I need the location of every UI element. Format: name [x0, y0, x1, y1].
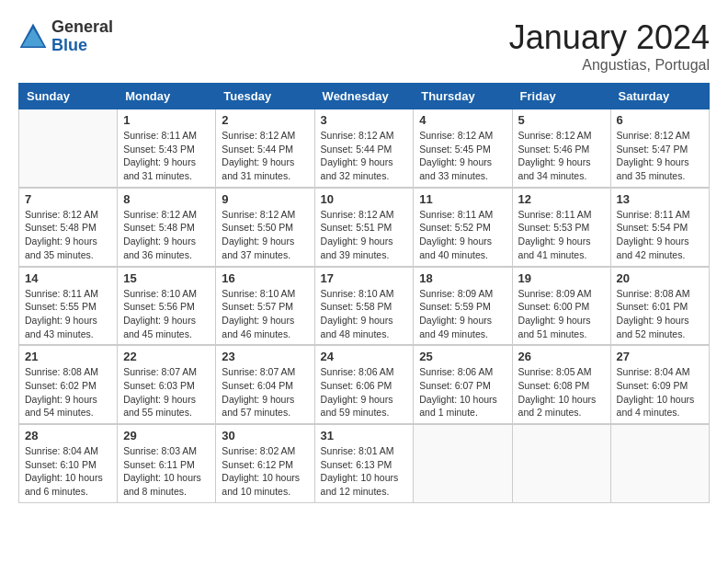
day-info: Sunrise: 8:12 AMSunset: 5:47 PMDaylight:…	[617, 129, 703, 183]
col-thursday: Thursday	[414, 84, 512, 109]
day-info: Sunrise: 8:11 AMSunset: 5:43 PMDaylight:…	[123, 129, 210, 183]
day-info: Sunrise: 8:11 AMSunset: 5:55 PMDaylight:…	[25, 287, 111, 341]
day-info: Sunrise: 8:12 AMSunset: 5:48 PMDaylight:…	[25, 208, 111, 262]
day-number: 5	[518, 113, 605, 127]
day-number: 21	[25, 350, 111, 363]
table-row: 26Sunrise: 8:05 AMSunset: 6:08 PMDayligh…	[512, 345, 610, 424]
day-info: Sunrise: 8:02 AMSunset: 6:12 PMDaylight:…	[222, 444, 308, 499]
table-row: 5Sunrise: 8:12 AMSunset: 5:46 PMDaylight…	[512, 109, 610, 188]
day-number: 22	[123, 350, 210, 363]
table-row: 23Sunrise: 8:07 AMSunset: 6:04 PMDayligh…	[216, 345, 314, 424]
day-number: 11	[419, 192, 506, 206]
table-row: 15Sunrise: 8:10 AMSunset: 5:56 PMDayligh…	[118, 267, 216, 346]
day-info: Sunrise: 8:12 AMSunset: 5:48 PMDaylight:…	[123, 208, 210, 262]
day-number: 30	[222, 429, 308, 442]
table-row: 28Sunrise: 8:04 AMSunset: 6:10 PMDayligh…	[19, 424, 118, 502]
table-row: 3Sunrise: 8:12 AMSunset: 5:44 PMDaylight…	[314, 109, 414, 188]
day-number: 8	[123, 192, 210, 206]
table-row: 21Sunrise: 8:08 AMSunset: 6:02 PMDayligh…	[19, 345, 118, 424]
day-info: Sunrise: 8:10 AMSunset: 5:57 PMDaylight:…	[222, 287, 308, 341]
page-header: General Blue January 2024 Angustias, Por…	[18, 18, 710, 74]
day-number: 25	[419, 350, 506, 363]
month-title: January 2024	[509, 18, 710, 57]
day-info: Sunrise: 8:12 AMSunset: 5:45 PMDaylight:…	[419, 129, 506, 183]
table-row: 12Sunrise: 8:11 AMSunset: 5:53 PMDayligh…	[512, 188, 610, 267]
day-number: 13	[617, 192, 703, 206]
col-monday: Monday	[118, 84, 216, 109]
col-saturday: Saturday	[610, 84, 709, 109]
table-row: 24Sunrise: 8:06 AMSunset: 6:06 PMDayligh…	[314, 345, 414, 424]
day-number: 1	[123, 113, 210, 127]
day-info: Sunrise: 8:04 AMSunset: 6:09 PMDaylight:…	[617, 365, 703, 419]
table-row: 31Sunrise: 8:01 AMSunset: 6:13 PMDayligh…	[314, 424, 414, 502]
day-number: 6	[617, 113, 703, 127]
table-row: 16Sunrise: 8:10 AMSunset: 5:57 PMDayligh…	[216, 267, 314, 346]
col-tuesday: Tuesday	[216, 84, 314, 109]
table-row: 27Sunrise: 8:04 AMSunset: 6:09 PMDayligh…	[610, 345, 709, 424]
day-number: 20	[617, 271, 703, 285]
table-row: 18Sunrise: 8:09 AMSunset: 5:59 PMDayligh…	[414, 267, 512, 346]
calendar-row: 21Sunrise: 8:08 AMSunset: 6:02 PMDayligh…	[19, 345, 710, 424]
table-row: 13Sunrise: 8:11 AMSunset: 5:54 PMDayligh…	[610, 188, 709, 267]
table-row: 6Sunrise: 8:12 AMSunset: 5:47 PMDaylight…	[610, 109, 709, 188]
table-row: 11Sunrise: 8:11 AMSunset: 5:52 PMDayligh…	[414, 188, 512, 267]
day-info: Sunrise: 8:01 AMSunset: 6:13 PMDaylight:…	[321, 444, 408, 499]
logo-general: General	[51, 17, 113, 36]
day-info: Sunrise: 8:06 AMSunset: 6:07 PMDaylight:…	[419, 365, 506, 419]
day-info: Sunrise: 8:04 AMSunset: 6:10 PMDaylight:…	[25, 444, 111, 499]
day-info: Sunrise: 8:06 AMSunset: 6:06 PMDaylight:…	[321, 365, 408, 419]
logo-icon	[18, 22, 48, 52]
day-number: 3	[321, 113, 408, 127]
logo-blue: Blue	[51, 36, 87, 54]
day-number: 12	[518, 192, 605, 206]
day-number: 14	[25, 271, 111, 285]
table-row: 30Sunrise: 8:02 AMSunset: 6:12 PMDayligh…	[216, 424, 314, 502]
location-subtitle: Angustias, Portugal	[509, 57, 710, 74]
day-number: 9	[222, 192, 308, 206]
day-info: Sunrise: 8:12 AMSunset: 5:46 PMDaylight:…	[518, 129, 605, 183]
table-row: 1Sunrise: 8:11 AMSunset: 5:43 PMDaylight…	[118, 109, 216, 188]
day-number: 19	[518, 271, 605, 285]
table-row: 25Sunrise: 8:06 AMSunset: 6:07 PMDayligh…	[414, 345, 512, 424]
col-friday: Friday	[512, 84, 610, 109]
day-info: Sunrise: 8:08 AMSunset: 6:02 PMDaylight:…	[25, 365, 111, 419]
table-row: 4Sunrise: 8:12 AMSunset: 5:45 PMDaylight…	[414, 109, 512, 188]
day-info: Sunrise: 8:11 AMSunset: 5:54 PMDaylight:…	[617, 208, 703, 262]
day-info: Sunrise: 8:07 AMSunset: 6:03 PMDaylight:…	[123, 365, 210, 419]
col-sunday: Sunday	[19, 84, 118, 109]
day-info: Sunrise: 8:12 AMSunset: 5:44 PMDaylight:…	[321, 129, 408, 183]
table-row: 22Sunrise: 8:07 AMSunset: 6:03 PMDayligh…	[118, 345, 216, 424]
day-number: 16	[222, 271, 308, 285]
day-number: 10	[321, 192, 408, 206]
day-info: Sunrise: 8:05 AMSunset: 6:08 PMDaylight:…	[518, 365, 605, 419]
day-number: 28	[25, 429, 111, 442]
table-row: 2Sunrise: 8:12 AMSunset: 5:44 PMDaylight…	[216, 109, 314, 188]
calendar-row: 1Sunrise: 8:11 AMSunset: 5:43 PMDaylight…	[19, 109, 710, 188]
table-row	[610, 424, 709, 502]
day-number: 26	[518, 350, 605, 363]
day-number: 2	[222, 113, 308, 127]
table-row: 20Sunrise: 8:08 AMSunset: 6:01 PMDayligh…	[610, 267, 709, 346]
day-number: 17	[321, 271, 408, 285]
day-info: Sunrise: 8:09 AMSunset: 5:59 PMDaylight:…	[419, 287, 506, 341]
day-number: 15	[123, 271, 210, 285]
day-number: 24	[321, 350, 408, 363]
calendar-table: Sunday Monday Tuesday Wednesday Thursday…	[18, 83, 710, 503]
title-area: January 2024 Angustias, Portugal	[509, 18, 710, 74]
day-info: Sunrise: 8:08 AMSunset: 6:01 PMDaylight:…	[617, 287, 703, 341]
day-info: Sunrise: 8:10 AMSunset: 5:58 PMDaylight:…	[321, 287, 408, 341]
day-info: Sunrise: 8:09 AMSunset: 6:00 PMDaylight:…	[518, 287, 605, 341]
table-row: 7Sunrise: 8:12 AMSunset: 5:48 PMDaylight…	[19, 188, 118, 267]
day-number: 29	[123, 429, 210, 442]
table-row: 14Sunrise: 8:11 AMSunset: 5:55 PMDayligh…	[19, 267, 118, 346]
col-wednesday: Wednesday	[314, 84, 414, 109]
table-row	[19, 109, 118, 188]
day-info: Sunrise: 8:12 AMSunset: 5:50 PMDaylight:…	[222, 208, 308, 262]
table-row	[512, 424, 610, 502]
calendar-header-row: Sunday Monday Tuesday Wednesday Thursday…	[19, 84, 710, 109]
calendar-row: 28Sunrise: 8:04 AMSunset: 6:10 PMDayligh…	[19, 424, 710, 502]
day-number: 23	[222, 350, 308, 363]
day-number: 31	[321, 429, 408, 442]
day-number: 4	[419, 113, 506, 127]
logo-text: General Blue	[51, 18, 113, 55]
